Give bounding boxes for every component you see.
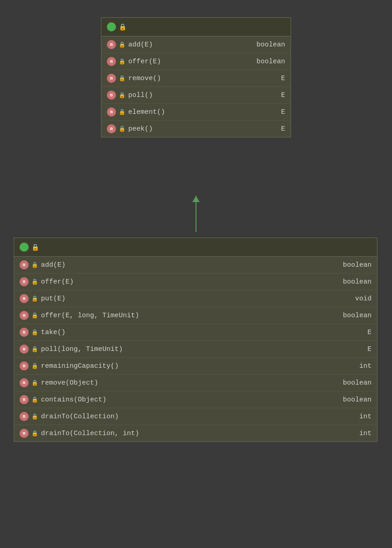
return-type: E xyxy=(281,75,285,82)
bq-lock-icon: 🔒 xyxy=(31,244,39,251)
return-type: E xyxy=(367,345,372,353)
return-type: boolean xyxy=(343,396,372,404)
bq-methods-list: m 🔒 add(E) boolean m 🔒 offer(E) boolean … xyxy=(14,257,377,441)
method-name: element() xyxy=(128,108,278,116)
inheritance-arrow xyxy=(196,196,196,237)
table-row: m 🔒 put(E) void xyxy=(14,290,377,307)
table-row: m 🔒 offer(E, long, TimeUnit) boolean xyxy=(14,307,377,324)
method-badge: m xyxy=(20,395,29,404)
queue-interface-badge xyxy=(107,22,116,31)
method-lock-icon: 🔒 xyxy=(119,92,126,99)
method-lock-icon: 🔒 xyxy=(119,41,126,48)
table-row: m 🔒 take() E xyxy=(14,324,377,341)
table-row: m 🔒 offer(E) boolean xyxy=(14,274,377,290)
method-name: poll() xyxy=(128,91,278,99)
method-name: add(E) xyxy=(41,261,340,269)
arrow-line xyxy=(196,196,196,232)
table-row: m 🔒 drainTo(Collection, int) int xyxy=(14,425,377,441)
method-name: offer(E, long, TimeUnit) xyxy=(41,312,340,320)
method-name: drainTo(Collection, int) xyxy=(41,430,357,437)
queue-methods-list: m 🔒 add(E) boolean m 🔒 offer(E) boolean … xyxy=(101,36,291,137)
return-type: boolean xyxy=(343,312,372,320)
return-type: E xyxy=(281,125,285,133)
method-lock-icon: 🔒 xyxy=(31,279,38,285)
queue-class-box: 🔒 m 🔒 add(E) boolean m 🔒 offer(E) boolea… xyxy=(101,17,291,137)
table-row: m 🔒 add(E) boolean xyxy=(101,36,291,53)
method-name: put(E) xyxy=(41,295,352,303)
method-lock-icon: 🔒 xyxy=(119,58,126,65)
method-name: offer(E) xyxy=(41,278,340,286)
return-type: boolean xyxy=(343,261,372,269)
method-badge: m xyxy=(107,91,116,100)
table-row: m 🔒 remove(Object) boolean xyxy=(14,375,377,391)
table-row: m 🔒 contains(Object) boolean xyxy=(14,391,377,408)
return-type: int xyxy=(359,413,372,421)
method-lock-icon: 🔒 xyxy=(31,295,38,302)
method-badge: m xyxy=(20,412,29,421)
table-row: m 🔒 drainTo(Collection) int xyxy=(14,408,377,425)
method-lock-icon: 🔒 xyxy=(31,396,38,403)
method-badge: m xyxy=(107,124,116,133)
method-badge: m xyxy=(20,311,29,320)
method-badge: m xyxy=(20,345,29,354)
method-badge: m xyxy=(20,260,29,269)
bq-interface-badge xyxy=(20,243,29,252)
method-badge: m xyxy=(107,57,116,66)
return-type: int xyxy=(359,430,372,437)
table-row: m 🔒 peek() E xyxy=(101,121,291,137)
return-type: boolean xyxy=(256,41,285,49)
method-badge: m xyxy=(20,361,29,370)
method-badge: m xyxy=(20,378,29,387)
method-badge: m xyxy=(20,294,29,303)
method-name: remove(Object) xyxy=(41,379,340,387)
method-lock-icon: 🔒 xyxy=(119,75,126,82)
method-badge: m xyxy=(107,107,116,117)
method-name: remainingCapacity() xyxy=(41,362,357,370)
method-badge: m xyxy=(20,328,29,337)
method-lock-icon: 🔒 xyxy=(31,363,38,370)
table-row: m 🔒 remove() E xyxy=(101,70,291,87)
table-row: m 🔒 poll(long, TimeUnit) E xyxy=(14,341,377,358)
method-lock-icon: 🔒 xyxy=(31,329,38,336)
table-row: m 🔒 poll() E xyxy=(101,87,291,104)
return-type: boolean xyxy=(343,379,372,387)
return-type: boolean xyxy=(343,278,372,286)
method-name: contains(Object) xyxy=(41,396,340,404)
method-lock-icon: 🔒 xyxy=(119,109,126,116)
return-type: void xyxy=(355,295,372,303)
method-badge: m xyxy=(20,429,29,438)
method-lock-icon: 🔒 xyxy=(119,126,126,132)
method-name: offer(E) xyxy=(128,58,254,66)
method-name: remove() xyxy=(128,75,278,82)
method-badge: m xyxy=(107,40,116,49)
method-name: peek() xyxy=(128,125,278,133)
blocking-queue-header: 🔒 xyxy=(14,238,377,257)
method-lock-icon: 🔒 xyxy=(31,262,38,269)
method-name: drainTo(Collection) xyxy=(41,413,357,421)
table-row: m 🔒 remainingCapacity() int xyxy=(14,358,377,375)
method-name: poll(long, TimeUnit) xyxy=(41,345,365,353)
diagram-container: 🔒 m 🔒 add(E) boolean m 🔒 offer(E) boolea… xyxy=(0,0,392,548)
method-badge: m xyxy=(107,74,116,83)
return-type: E xyxy=(367,329,372,336)
method-lock-icon: 🔒 xyxy=(31,430,38,437)
queue-header: 🔒 xyxy=(101,18,291,36)
queue-lock-icon: 🔒 xyxy=(119,23,126,31)
method-name: add(E) xyxy=(128,41,254,49)
method-lock-icon: 🔒 xyxy=(31,346,38,353)
method-badge: m xyxy=(20,277,29,286)
table-row: m 🔒 element() E xyxy=(101,104,291,121)
method-lock-icon: 🔒 xyxy=(31,312,38,319)
return-type: boolean xyxy=(256,58,285,66)
return-type: E xyxy=(281,91,285,99)
method-lock-icon: 🔒 xyxy=(31,413,38,420)
table-row: m 🔒 add(E) boolean xyxy=(14,257,377,274)
blocking-queue-class-box: 🔒 m 🔒 add(E) boolean m 🔒 offer(E) boolea… xyxy=(14,238,377,442)
method-lock-icon: 🔒 xyxy=(31,380,38,386)
method-name: take() xyxy=(41,329,365,336)
return-type: E xyxy=(281,108,285,116)
return-type: int xyxy=(359,362,372,370)
table-row: m 🔒 offer(E) boolean xyxy=(101,53,291,70)
